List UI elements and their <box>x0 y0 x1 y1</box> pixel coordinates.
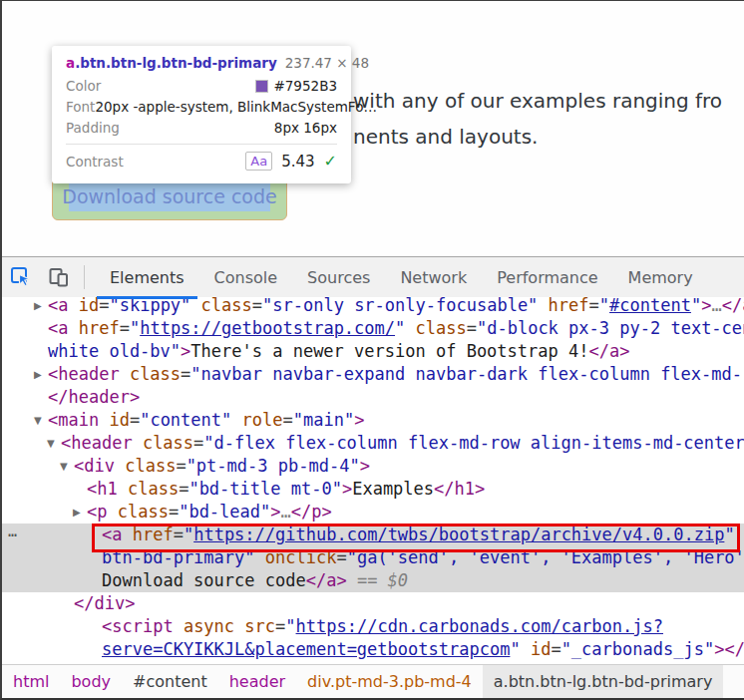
contrast-pass-check-icon: ✓ <box>324 152 337 171</box>
tab-memory[interactable]: Memory <box>613 257 708 297</box>
code-token: class <box>416 318 467 338</box>
code-line[interactable]: ▼<header class="d-flex flex-column flex-… <box>2 432 744 455</box>
expand-arrow-closed-icon[interactable]: ▶ <box>34 297 42 317</box>
inspect-content-highlight: Download source code <box>69 181 270 211</box>
code-token: </a> <box>588 341 629 361</box>
code-token: class <box>118 502 169 522</box>
code-token: > <box>360 456 370 476</box>
code-token: > <box>270 502 280 522</box>
code-token: > <box>181 341 190 361</box>
code-token: class <box>143 433 193 453</box>
expand-arrow-closed-icon[interactable]: ▶ <box>34 363 42 386</box>
code-token: id <box>109 410 129 430</box>
code-token: </div> <box>74 593 135 613</box>
tab-network[interactable]: Network <box>385 257 482 297</box>
code-token: white old-bv" <box>48 341 181 361</box>
code-token: "d-flex flex-column flex-md-row align-it… <box>203 433 744 453</box>
tab-console[interactable]: Console <box>199 257 293 297</box>
contrast-value: 5.43 <box>281 153 314 171</box>
code-token: … <box>281 502 291 522</box>
code-token: = <box>99 297 109 315</box>
code-link[interactable]: https://cdn.carbonads.com/carbon.js? <box>296 616 663 636</box>
code-token: class <box>128 479 179 499</box>
tooltip-font-row: Font 20px -apple-system, BlinkMacSystemF… <box>66 99 337 115</box>
code-token: … <box>711 297 721 315</box>
color-swatch <box>255 80 268 93</box>
more-actions-marker[interactable]: … <box>8 521 18 543</box>
code-line[interactable]: ▼<main id="content" role="main"> <box>2 409 744 432</box>
code-token: "sr-only sr-only-focusable" <box>262 297 549 315</box>
code-token: <header <box>61 433 143 453</box>
code-token: " <box>599 297 609 315</box>
code-token: "main" <box>293 410 354 430</box>
code-token: </a> <box>722 297 744 315</box>
code-token: </header> <box>48 387 140 407</box>
download-source-label: Download source code <box>62 185 276 207</box>
code-token: </h1> <box>434 479 485 499</box>
code-token: = <box>252 297 262 315</box>
breadcrumb-item-body[interactable]: body <box>60 665 122 698</box>
code-token: = <box>275 616 285 636</box>
tab-sources[interactable]: Sources <box>292 257 385 297</box>
code-token: <a <box>48 318 79 338</box>
code-line[interactable]: white old-bv">There's a newer version of… <box>2 340 744 363</box>
code-token: ></scr <box>714 639 744 659</box>
code-line[interactable]: <a href="https://getbootstrap.com/" clas… <box>2 317 744 340</box>
code-token: " <box>130 318 140 338</box>
breadcrumb-item-a-btn-btn-lg-btn-bd-primary[interactable]: a.btn.btn-lg.btn-bd-primary <box>483 665 724 698</box>
code-line[interactable]: Download source code</a> == $0 <box>2 569 744 592</box>
annotation-red-box <box>92 524 740 552</box>
expand-arrow-open-icon[interactable]: ▼ <box>60 455 68 478</box>
code-token: src <box>244 616 275 636</box>
tab-elements[interactable]: Elements <box>95 257 199 297</box>
code-link[interactable]: https://getbootstrap.com/ <box>140 318 395 338</box>
code-token: <a <box>48 297 79 315</box>
code-token: role <box>242 410 283 430</box>
code-line[interactable]: <script async src="https://cdn.carbonads… <box>2 615 744 638</box>
expand-arrow-closed-icon[interactable]: ▶ <box>73 501 81 524</box>
lead-text-line-2: nents and layouts. <box>353 125 538 149</box>
code-line[interactable]: ▼<div class="pt-md-3 pb-md-4"> <box>2 455 744 478</box>
code-line[interactable]: ▶<p class="bd-lead">…</p> <box>2 501 744 524</box>
device-toolbar-button[interactable] <box>40 257 78 297</box>
code-token: class <box>201 297 252 315</box>
code-token: "bd-title mt-0" <box>188 479 342 499</box>
code-token: href <box>79 318 120 338</box>
code-token: </a> <box>306 570 347 590</box>
code-line[interactable]: serve=CKYIKKJL&placement=getbootstrapcom… <box>2 638 744 661</box>
code-link[interactable]: #content <box>609 297 691 315</box>
tooltip-color-value: #7952B3 <box>273 78 337 94</box>
code-line[interactable]: </header> <box>2 386 744 409</box>
code-token: = <box>120 318 130 338</box>
tooltip-selector-classes: .btn.btn-lg.btn-bd-primary <box>75 55 277 71</box>
inspect-element-button[interactable] <box>2 257 40 297</box>
code-token: </p> <box>291 502 332 522</box>
tooltip-font-label: Font <box>66 99 95 115</box>
tooltip-divider <box>66 144 337 145</box>
tooltip-contrast-label: Contrast <box>66 154 124 170</box>
lead-text-line-1: with any of our examples ranging fro <box>353 89 722 113</box>
breadcrumb-item-header[interactable]: header <box>218 665 296 698</box>
breadcrumb: htmlbody#contentheaderdiv.pt-md-3.pb-md-… <box>2 664 744 698</box>
code-token: = <box>551 639 560 659</box>
code-token <box>234 616 244 636</box>
code-token: async <box>184 616 234 636</box>
code-token: > <box>701 297 711 315</box>
code-link[interactable]: serve=CKYIKKJL&placement=getbootstrapcom <box>102 639 510 659</box>
code-token: "content" <box>140 410 241 430</box>
code-line[interactable]: <h1 class="bd-title mt-0">Examples</h1> <box>2 478 744 501</box>
breadcrumb-item-div-pt-md-3-pb-md-4[interactable]: div.pt-md-3.pb-md-4 <box>296 665 483 698</box>
code-line[interactable]: </div> <box>2 592 744 615</box>
breadcrumb-item-html[interactable]: html <box>2 665 60 698</box>
breadcrumb-item--content[interactable]: #content <box>122 665 218 698</box>
device-toolbar-icon <box>48 266 70 288</box>
code-line[interactable]: ▶<a id="skippy" class="sr-only sr-only-f… <box>2 297 744 317</box>
devtools-tabs: ElementsConsoleSourcesNetworkPerformance… <box>95 257 708 297</box>
tooltip-contrast-row: Contrast Aa 5.43 ✓ <box>66 152 337 171</box>
code-line[interactable]: ▶<header class="navbar navbar-expand nav… <box>2 363 744 386</box>
tab-performance[interactable]: Performance <box>482 257 612 297</box>
expand-arrow-open-icon[interactable]: ▼ <box>47 432 55 455</box>
code-token: <main <box>48 410 109 430</box>
code-token: "bd-lead" <box>179 502 270 522</box>
expand-arrow-open-icon[interactable]: ▼ <box>34 409 42 432</box>
